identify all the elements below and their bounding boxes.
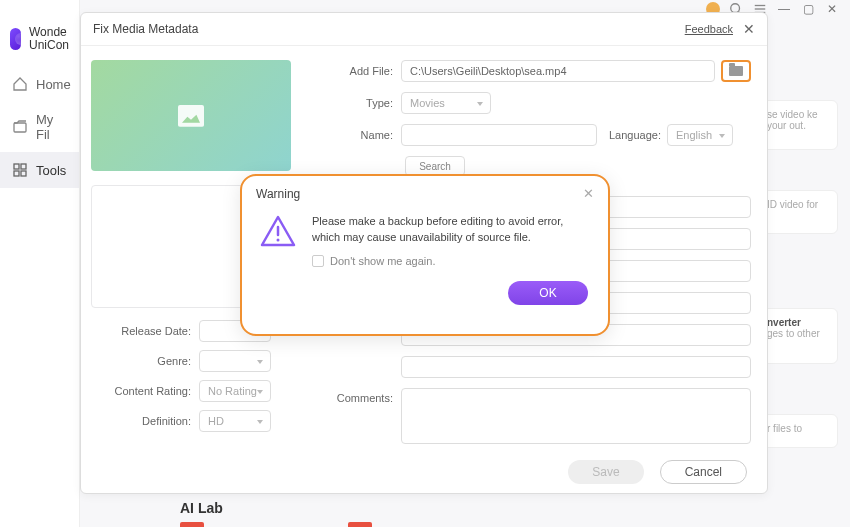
- label-comments: Comments:: [321, 392, 393, 404]
- video-thumbnail: [91, 60, 291, 171]
- app-name-l2: UniCon: [29, 38, 69, 52]
- save-button: Save: [568, 460, 643, 484]
- comments-textarea[interactable]: [401, 388, 751, 444]
- dont-show-checkbox[interactable]: [312, 255, 324, 267]
- browse-button[interactable]: [721, 60, 751, 82]
- home-icon: [12, 76, 28, 92]
- cancel-button[interactable]: Cancel: [660, 460, 747, 484]
- label-type: Type:: [321, 97, 393, 109]
- definition-select[interactable]: HD: [199, 410, 271, 432]
- label-content-rating: Content Rating:: [101, 385, 191, 397]
- search-button[interactable]: Search: [405, 156, 465, 176]
- maximize-icon[interactable]: ▢: [800, 1, 816, 17]
- label-add-file: Add File:: [321, 65, 393, 77]
- svg-rect-7: [21, 164, 26, 169]
- label-genre: Genre:: [101, 355, 191, 367]
- tools-icon: [12, 162, 28, 178]
- bg-card: se video ke your out.: [758, 100, 838, 150]
- name-input[interactable]: [401, 124, 597, 146]
- app-logo-icon: [10, 28, 21, 50]
- file-path-input[interactable]: C:\Users\Geili\Desktop\sea.mp4: [401, 60, 715, 82]
- svg-rect-9: [21, 171, 26, 176]
- bg-card: nverterges to other: [758, 308, 838, 364]
- new-tag: [348, 522, 372, 527]
- files-icon: [12, 119, 28, 135]
- sidebar-item-files[interactable]: My Fil: [0, 102, 79, 152]
- app-name-l1: Wonde: [29, 25, 67, 39]
- minimize-icon[interactable]: —: [776, 1, 792, 17]
- app-close-icon[interactable]: ✕: [824, 1, 840, 17]
- bg-card: r files to: [758, 414, 838, 448]
- feedback-link[interactable]: Feedback: [685, 23, 733, 35]
- warning-close-icon[interactable]: ✕: [583, 186, 594, 201]
- sidebar-label: Tools: [36, 163, 66, 178]
- sidebar-label: Home: [36, 77, 71, 92]
- sidebar-item-tools[interactable]: Tools: [0, 152, 79, 188]
- warning-message: Please make a backup before editing to a…: [312, 213, 590, 245]
- warning-dialog: Warning ✕ Please make a backup before ed…: [240, 174, 610, 336]
- label-release-date: Release Date:: [101, 325, 191, 337]
- content-rating-select[interactable]: No Rating: [199, 380, 271, 402]
- bg-card: ID video for: [758, 190, 838, 234]
- label-name: Name:: [321, 129, 393, 141]
- close-icon[interactable]: ✕: [743, 21, 755, 37]
- section-title: AI Lab: [180, 500, 223, 516]
- thumbnail-placeholder-icon: [178, 105, 204, 127]
- folder-icon: [729, 66, 743, 76]
- sidebar-label: My Fil: [36, 112, 67, 142]
- genre-select[interactable]: [199, 350, 271, 372]
- svg-rect-5: [14, 123, 26, 132]
- svg-rect-6: [14, 164, 19, 169]
- dont-show-label: Don't show me again.: [330, 255, 435, 267]
- language-select[interactable]: English: [667, 124, 733, 146]
- app-logo: Wonde UniCon: [0, 20, 79, 66]
- svg-rect-8: [14, 171, 19, 176]
- label-definition: Definition:: [101, 415, 191, 427]
- svg-point-11: [277, 239, 280, 242]
- label-language: Language:: [609, 129, 661, 141]
- sidebar-item-home[interactable]: Home: [0, 66, 79, 102]
- ok-button[interactable]: OK: [508, 281, 588, 305]
- meta-input-6[interactable]: [401, 356, 751, 378]
- dialog-title: Fix Media Metadata: [93, 22, 198, 36]
- type-select[interactable]: Movies: [401, 92, 491, 114]
- warning-triangle-icon: [260, 215, 296, 247]
- new-tag: [180, 522, 204, 527]
- warning-title: Warning: [256, 187, 300, 201]
